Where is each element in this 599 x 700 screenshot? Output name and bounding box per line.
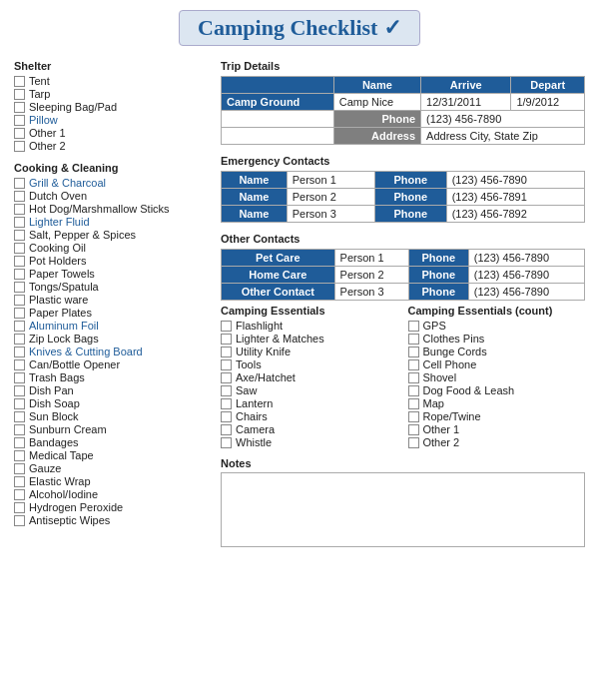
trip-details-title: Trip Details [221, 60, 585, 72]
cooking-item: Hydrogen Peroxide [14, 501, 209, 513]
item-label: Hot Dog/Marshmallow Sticks [29, 203, 170, 215]
other-contact-row: Home CarePerson 2Phone(123) 456-7890 [222, 267, 585, 284]
checkbox[interactable] [14, 515, 25, 526]
camp-name: Camp Nice [333, 94, 420, 111]
cooking-item: Sun Block [14, 410, 209, 422]
checkbox[interactable] [14, 424, 25, 435]
checkbox[interactable] [221, 372, 232, 383]
checkbox[interactable] [14, 217, 25, 228]
checkbox[interactable] [221, 398, 232, 409]
checkbox[interactable] [14, 282, 25, 293]
checkbox[interactable] [14, 502, 25, 513]
item-label: Lighter Fluid [29, 216, 90, 228]
checkbox[interactable] [221, 359, 232, 370]
cooking-item: Alcohol/Iodine [14, 488, 209, 500]
cooking-item: Gauze [14, 462, 209, 474]
address-label: Address [333, 128, 420, 145]
checkbox[interactable] [14, 463, 25, 474]
essential-right-item: Map [408, 397, 586, 409]
cooking-item: Cooking Oil [14, 242, 209, 254]
checkbox[interactable] [221, 411, 232, 422]
notes-title: Notes [221, 457, 585, 469]
checkbox[interactable] [408, 359, 419, 370]
trip-details-table: Name Arrive Depart Camp Ground Camp Nice… [221, 76, 585, 145]
checkbox[interactable] [14, 398, 25, 409]
cooking-item: Lighter Fluid [14, 216, 209, 228]
emergency-table: NamePerson 1Phone(123) 456-7890NamePerso… [221, 171, 585, 223]
item-label: Elastic Wrap [29, 475, 91, 487]
essentials-right-title: Camping Essentials (count) [408, 305, 586, 317]
trip-depart-header: Depart [511, 77, 585, 94]
checkbox[interactable] [408, 334, 419, 345]
essential-right-item: Bunge Cords [408, 346, 586, 357]
phone-value: (123) 456-7890 [421, 111, 585, 128]
checkbox[interactable] [14, 295, 25, 306]
checkbox[interactable] [14, 141, 25, 152]
checkbox[interactable] [14, 230, 25, 241]
checkbox[interactable] [14, 308, 25, 319]
checkbox[interactable] [14, 411, 25, 422]
essentials-right-col: Camping Essentials (count) GPSClothes Pi… [408, 305, 586, 449]
cooking-item: Zip Lock Bags [14, 333, 209, 345]
checkbox[interactable] [14, 204, 25, 215]
other-contacts-table: Pet CarePerson 1Phone(123) 456-7890Home … [221, 249, 585, 301]
checkbox[interactable] [14, 178, 25, 189]
checkbox[interactable] [408, 321, 419, 332]
trip-name-header: Name [333, 77, 420, 94]
checkbox[interactable] [221, 347, 232, 357]
checkbox[interactable] [14, 243, 25, 254]
item-label: Rope/Twine [423, 410, 481, 422]
essential-left-item: Lantern [221, 397, 398, 409]
checkbox[interactable] [408, 372, 419, 383]
checkbox[interactable] [14, 359, 25, 370]
item-label: Sun Block [29, 410, 79, 422]
checkbox[interactable] [408, 411, 419, 422]
checkbox[interactable] [14, 334, 25, 345]
essential-left-item: Whistle [221, 436, 398, 448]
checkbox[interactable] [14, 256, 25, 267]
essential-left-item: Chairs [221, 410, 398, 422]
essentials-left-title: Camping Essentials [221, 305, 398, 317]
checkbox[interactable] [14, 269, 25, 280]
item-label: Dish Soap [29, 397, 80, 409]
cooking-item: Elastic Wrap [14, 475, 209, 487]
essential-left-item: Utility Knife [221, 346, 398, 357]
checkbox[interactable] [14, 476, 25, 487]
item-label: Other 2 [423, 436, 460, 448]
checkbox[interactable] [221, 385, 232, 396]
checkbox[interactable] [221, 321, 232, 332]
notes-box[interactable] [221, 472, 585, 547]
checkbox[interactable] [14, 347, 25, 357]
checkbox[interactable] [14, 89, 25, 100]
main-layout: Shelter TentTarpSleeping Bag/PadPillowOt… [14, 60, 585, 547]
checkbox[interactable] [408, 424, 419, 435]
item-label: Map [423, 397, 444, 409]
checkbox[interactable] [14, 385, 25, 396]
checkbox[interactable] [14, 489, 25, 500]
checkbox[interactable] [14, 437, 25, 448]
essential-left-item: Lighter & Matches [221, 333, 398, 345]
checkbox[interactable] [408, 437, 419, 448]
checkbox[interactable] [14, 128, 25, 139]
checkbox[interactable] [14, 321, 25, 332]
checkbox[interactable] [14, 115, 25, 126]
checkbox[interactable] [14, 372, 25, 383]
checkbox[interactable] [14, 102, 25, 113]
item-label: Tools [236, 358, 262, 370]
checkbox[interactable] [221, 334, 232, 345]
checkbox[interactable] [408, 347, 419, 357]
checkbox[interactable] [14, 76, 25, 87]
checkbox[interactable] [14, 191, 25, 202]
checkbox[interactable] [408, 398, 419, 409]
item-label: Zip Lock Bags [29, 333, 99, 345]
cooking-item: Tongs/Spatula [14, 281, 209, 293]
checkbox[interactable] [221, 437, 232, 448]
checkbox[interactable] [408, 385, 419, 396]
item-label: Cooking Oil [29, 242, 86, 254]
item-label: Cell Phone [423, 358, 477, 370]
checkbox[interactable] [14, 450, 25, 461]
cooking-section-title: Cooking & Cleaning [14, 162, 209, 174]
cooking-item: Trash Bags [14, 371, 209, 383]
shelter-section-title: Shelter [14, 60, 209, 72]
checkbox[interactable] [221, 424, 232, 435]
